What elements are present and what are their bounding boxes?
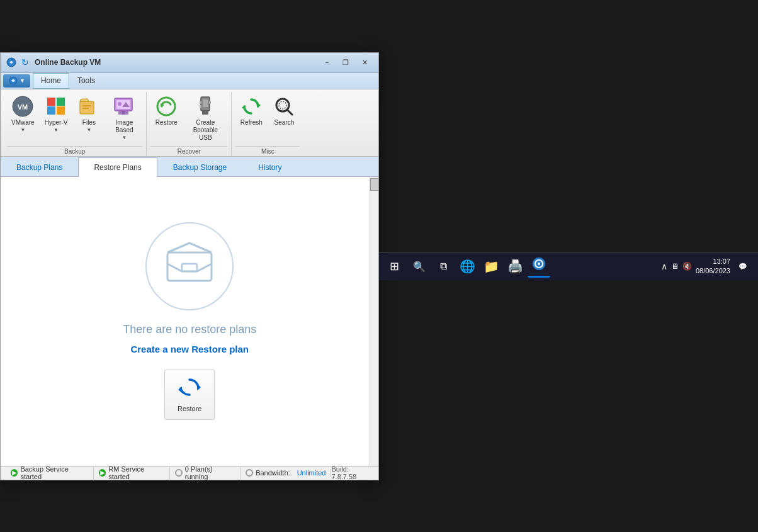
misc-group-label: Misc	[235, 146, 300, 156]
restore-big-icon	[178, 377, 201, 402]
main-content: There are no restore plans Create a new …	[1, 177, 378, 466]
app-menu-button[interactable]: ▼	[3, 74, 30, 88]
ribbon-imagebased-button[interactable]: ImageBased ▼	[106, 92, 142, 144]
bootableusb-label: CreateBootable USB	[188, 119, 223, 142]
ribbon-search-button[interactable]: Search	[268, 92, 300, 130]
tray-chevron[interactable]: ∧	[661, 261, 667, 271]
svg-rect-5	[82, 105, 91, 106]
notification-button[interactable]: 💬	[734, 258, 752, 275]
tab-history[interactable]: History	[242, 157, 297, 177]
plans-running-dot	[175, 469, 183, 477]
svg-rect-17	[200, 101, 201, 104]
ribbon-group-misc: Refresh Search Misc	[232, 92, 303, 156]
bandwidth-label: Bandwidth:	[256, 469, 290, 477]
backup-app-icon	[531, 256, 546, 274]
tab-restore-plans[interactable]: Restore Plans	[78, 157, 157, 177]
ribbon-refresh-button[interactable]: Refresh	[235, 92, 267, 130]
status-bar: ▶ Backup Service started ▶ RM Service st…	[1, 466, 378, 480]
plans-running-text: 0 Plan(s) running	[185, 465, 235, 480]
taskbar-chrome[interactable]: 🌐	[456, 255, 478, 278]
hyperv-arrow: ▼	[54, 127, 59, 133]
ribbon-group-backup: VM VMware ▼	[3, 92, 147, 156]
taskbar-taskview[interactable]: ⧉	[432, 255, 455, 278]
backup-service-text: Backup Service started	[20, 465, 88, 480]
ribbon-vmware-button[interactable]: VM VMware ▼	[7, 92, 39, 136]
tab-backup-plans[interactable]: Backup Plans	[1, 157, 78, 177]
backup-service-status: ▶ Backup Service started	[6, 465, 94, 480]
ribbon-misc-items: Refresh Search	[235, 92, 300, 145]
svg-rect-15	[203, 99, 208, 107]
menu-home[interactable]: Home	[33, 73, 69, 89]
title-bar: ↻ Online Backup VM − ❐ ✕	[1, 53, 378, 73]
taskbar-files[interactable]: 📁	[480, 255, 502, 278]
taskbar-search-icon: 🔍	[413, 261, 426, 273]
svg-text:VM: VM	[18, 103, 28, 111]
search-icon	[273, 95, 295, 118]
svg-marker-28	[178, 387, 182, 393]
ribbon-hyperv-button[interactable]: Hyper-V ▼	[40, 92, 72, 136]
files-icon	[77, 95, 100, 118]
restore-button[interactable]: ❐	[337, 55, 354, 69]
search-label: Search	[274, 119, 295, 127]
bootableusb-icon	[194, 95, 217, 118]
tray-network-icon[interactable]: 🖥	[671, 262, 679, 271]
menu-bar: ▼ Home Tools	[1, 73, 378, 89]
svg-point-9	[118, 102, 122, 106]
ribbon-bootableusb-button[interactable]: CreateBootable USB	[183, 92, 227, 145]
imagebased-arrow: ▼	[122, 135, 127, 140]
scrollbar-thumb[interactable]	[370, 178, 378, 191]
start-button[interactable]: ⊞	[382, 255, 407, 278]
taskbar-app1[interactable]: 🖨️	[504, 255, 526, 278]
backup-service-dot: ▶	[11, 469, 18, 477]
svg-point-31	[538, 263, 540, 265]
main-window: ↻ Online Backup VM − ❐ ✕ ▼ Home Tools	[0, 52, 379, 480]
vmware-label: VMware	[11, 119, 35, 127]
backup-group-label: Backup	[7, 146, 142, 156]
refresh-icon	[240, 95, 263, 118]
taskbar-tray: ∧ 🖥 🔇 13:07 08/06/2023 💬	[657, 257, 755, 276]
svg-point-23	[279, 101, 286, 109]
scrollbar[interactable]	[370, 177, 378, 466]
svg-line-24	[287, 110, 292, 115]
svg-rect-11	[122, 111, 125, 115]
restore-ribbon-label: Restore	[156, 119, 178, 127]
window-controls: − ❐ ✕	[318, 55, 373, 69]
build-info: Build: 7.8.7.58	[331, 465, 373, 480]
ribbon-recover-items: Restore CreateBootable US	[150, 92, 227, 145]
svg-rect-6	[82, 108, 89, 109]
imagebased-label: ImageBased	[115, 119, 133, 134]
plans-running-status: 0 Plan(s) running	[170, 465, 240, 480]
tab-backup-storage[interactable]: Backup Storage	[157, 157, 242, 177]
rm-service-text: RM Service started	[108, 465, 164, 480]
app-icon	[6, 57, 17, 68]
notification-icon: 💬	[738, 263, 747, 271]
ribbon-group-recover: Restore CreateBootable US	[147, 92, 232, 156]
files-label: Files	[82, 119, 96, 127]
rm-service-dot: ▶	[99, 469, 106, 477]
files-arrow: ▼	[86, 127, 91, 133]
taskbar-search-button[interactable]: 🔍	[408, 255, 431, 278]
svg-marker-27	[197, 384, 201, 390]
svg-rect-26	[182, 264, 197, 271]
tab-bar: Backup Plans Restore Plans Backup Storag…	[1, 157, 378, 177]
bandwidth-value[interactable]: Unlimited	[297, 469, 326, 477]
bandwidth-status: Bandwidth: Unlimited	[240, 469, 331, 477]
ribbon-files-button[interactable]: Files ▼	[73, 92, 105, 136]
windows-logo: ⊞	[390, 259, 399, 273]
taskbar-container: ⊞ 🔍 ⧉ 🌐 📁 🖨️ ∧	[379, 252, 758, 280]
system-clock[interactable]: 13:07 08/06/2023	[696, 257, 730, 276]
tray-speaker-icon[interactable]: 🔇	[682, 262, 692, 271]
ribbon-restore-button[interactable]: Restore	[150, 92, 182, 130]
svg-rect-19	[200, 105, 201, 108]
create-restore-plan-link[interactable]: Create a new Restore plan	[130, 344, 249, 354]
restore-big-button[interactable]: Restore	[164, 370, 215, 420]
taskview-icon: ⧉	[440, 261, 447, 272]
ribbon-backup-items: VM VMware ▼	[7, 92, 142, 145]
empty-state-icon	[145, 222, 234, 310]
close-button[interactable]: ✕	[356, 55, 373, 69]
hyperv-label: Hyper-V	[45, 119, 68, 127]
minimize-button[interactable]: −	[318, 55, 336, 69]
menu-tools[interactable]: Tools	[69, 73, 103, 89]
svg-rect-16	[202, 111, 208, 115]
taskbar-backup-app[interactable]	[528, 255, 550, 278]
